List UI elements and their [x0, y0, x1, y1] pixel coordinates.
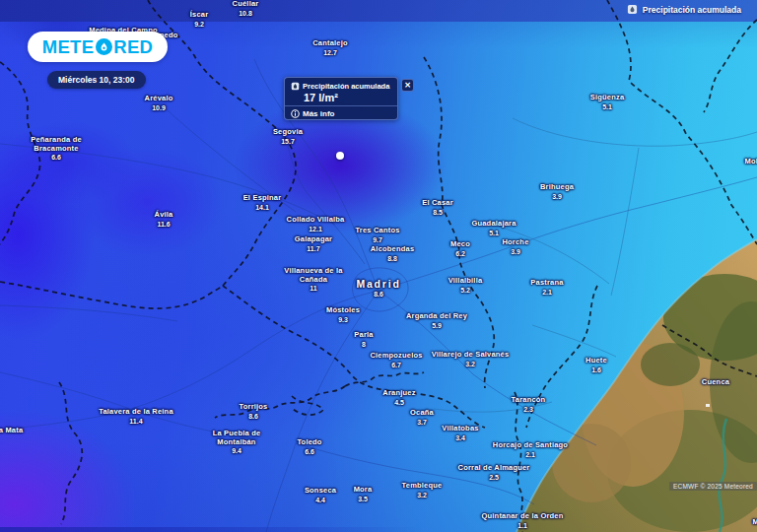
weather-map-app: Cuéllar10.8Íscar9.2Medina del CampoOlmed… [0, 0, 757, 532]
layer-legend-chip[interactable]: Precipitación acumulada [627, 4, 741, 15]
attribution-watermark: ECMWF © 2025 Meteored [669, 482, 757, 491]
selected-point-marker [336, 152, 344, 160]
precipitation-tooltip: Precipitación acumulada 17 l/m² Más info [284, 77, 398, 120]
meteored-logo: METE RED [28, 32, 168, 62]
info-icon [291, 109, 300, 118]
logo-text-right: RED [113, 36, 153, 58]
more-info-label: Más info [303, 109, 334, 118]
map-dark-band-bottom [0, 527, 424, 532]
tooltip-title: Precipitación acumulada [303, 82, 389, 91]
precipitation-icon [291, 82, 300, 91]
datetime-label: Miércoles 10, 23:00 [58, 75, 135, 85]
more-info-button[interactable]: Más info [291, 106, 391, 121]
tooltip-value: 17 l/m² [304, 92, 391, 103]
close-icon: ✕ [404, 81, 411, 90]
meteored-logo-mark [96, 38, 112, 55]
tooltip-close-button[interactable]: ✕ [401, 79, 414, 92]
layer-legend-label: Precipitación acumulada [643, 5, 741, 15]
logo-text-left: METE [42, 36, 95, 58]
precipitation-layer-icon [627, 4, 638, 15]
datetime-pill: Miércoles 10, 23:00 [47, 71, 146, 89]
